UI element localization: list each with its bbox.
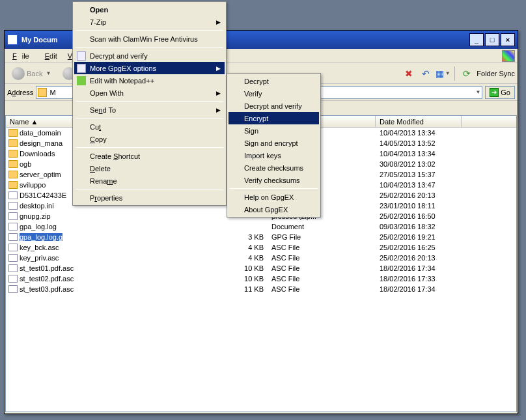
ctx-7zip[interactable]: 7-Zip▶ [74,16,225,28]
ctx-delete[interactable]: Delete [74,162,225,175]
notepad-icon [77,76,86,85]
context-submenu-gpgex[interactable]: Decrypt Verify Decrypt and verify Encryp… [227,73,321,217]
table-row[interactable]: gpa_log.logDocument09/03/2016 18:32 [6,221,516,232]
file-icon [8,285,18,293]
file-icon [8,244,18,251]
menu-edit[interactable]: Edit [40,51,62,61]
file-type: GPG File [268,233,376,241]
table-row[interactable]: key_bck.asc4 KBASC File25/02/2016 16:25 [6,242,516,253]
file-name: ogb [20,160,31,168]
go-arrow-icon: ➜ [490,88,499,97]
file-type: ASC File [268,285,376,293]
ctx-cut[interactable]: Cut [74,120,225,133]
ctx-rename[interactable]: Rename [74,175,225,187]
sub-encrypt[interactable]: Encrypt [228,112,319,124]
file-type: Document [268,223,376,231]
window-title: My Docum [21,36,58,44]
sub-sign-encrypt[interactable]: Sign and encrypt [228,137,319,149]
file-icon [8,254,18,262]
address-dropdown-icon[interactable]: ▼ [475,89,480,95]
ctx-open-with[interactable]: Open With▶ [74,87,225,99]
sub-verify[interactable]: Verify [228,87,319,100]
file-date: 14/05/2013 13:52 [376,139,473,147]
ctx-send-to[interactable]: Send To▶ [74,104,225,116]
file-size: 4 KB [230,244,268,251]
sub-create-checksums[interactable]: Create checksums [228,161,319,174]
file-name: desktop.ini [20,202,54,210]
close-button[interactable]: × [501,33,515,46]
file-date: 09/03/2016 18:32 [376,223,473,231]
go-button[interactable]: ➜Go [485,86,515,99]
ctx-copy[interactable]: Copy [74,133,225,145]
ctx-open[interactable]: Open [74,3,225,16]
col-date[interactable]: Date Modified [376,116,462,127]
ctx-more-gpgex[interactable]: More GpgEX options▶ [74,62,225,74]
window-icon [7,35,18,45]
file-date: 18/02/2016 17:34 [376,264,473,272]
file-name: Downloads [20,150,55,158]
back-button[interactable]: Back▼ [7,65,55,82]
gpg-icon [77,51,86,61]
tool-icon[interactable]: ✖ [402,66,416,81]
col-spacer [462,116,516,127]
views-icon[interactable]: ▦▼ [436,66,450,81]
file-date: 10/04/2013 13:47 [376,181,473,189]
folder-sync-icon[interactable]: ⟳ [460,66,474,81]
file-size: 11 KB [230,285,268,293]
table-row[interactable]: st_test01.pdf.asc10 KBASC File18/02/2016… [6,263,516,273]
file-name: gpa_log.log [20,223,57,231]
file-type: ASC File [268,275,376,283]
undo-icon[interactable]: ↶ [419,66,433,81]
sub-import-keys[interactable]: Import keys [228,149,319,161]
sub-sign[interactable]: Sign [228,124,319,137]
sub-decrypt[interactable]: Decrypt [228,75,319,87]
file-date: 18/02/2016 17:34 [376,285,473,293]
file-date: 10/04/2013 13:34 [376,129,473,137]
file-date: 23/01/2010 18:11 [376,202,473,210]
sub-help[interactable]: Help on GpgEX [228,191,319,203]
menu-file[interactable]: File [7,51,40,61]
file-name: st_test01.pdf.asc [20,264,74,272]
file-date: 25/02/2016 19:21 [376,233,473,241]
folder-icon [8,129,18,137]
sub-verify-checksums[interactable]: Verify checksums [228,174,319,186]
ctx-properties[interactable]: Properties [74,191,225,204]
context-menu-main[interactable]: Open 7-Zip▶ Scan with ClamWin Free Antiv… [72,1,227,206]
folder-sync-label[interactable]: Folder Sync [477,70,515,77]
file-name: st_test03.pdf.asc [20,285,74,293]
file-name: key_bck.asc [20,244,59,251]
file-icon [8,264,18,272]
ctx-shortcut[interactable]: Create Shortcut [74,150,225,162]
file-name: data_domain [20,129,61,137]
file-size: 3 KB [230,233,268,241]
file-date: 25/02/2016 16:25 [376,244,473,251]
file-type: ASC File [268,254,376,262]
file-size: 4 KB [230,254,268,262]
table-row[interactable]: st_test02.pdf.asc10 KBASC File18/02/2016… [6,273,516,284]
file-date: 27/05/2013 15:37 [376,171,473,178]
table-row[interactable]: st_test03.pdf.asc11 KBASC File18/02/2016… [6,284,516,294]
address-folder-icon [38,88,47,97]
folder-icon [8,181,18,189]
file-name: st_test02.pdf.asc [20,275,74,283]
file-name: D531C42433E [20,191,66,199]
file-icon [8,212,18,220]
table-row[interactable]: key_priv.asc4 KBASC File25/02/2016 20:13 [6,253,516,263]
file-date: 25/02/2016 20:13 [376,191,473,199]
ctx-notepad[interactable]: Edit with Notepad++ [74,74,225,87]
folder-icon [8,139,18,147]
file-size: 10 KB [230,275,268,283]
file-type: ASC File [268,264,376,272]
file-size: 10 KB [230,264,268,272]
file-icon [8,233,18,241]
ctx-decrypt-verify[interactable]: Decrypt and verify [74,49,225,62]
ctx-clamwin[interactable]: Scan with ClamWin Free Antivirus [74,33,225,45]
file-date: 30/08/2012 13:02 [376,160,473,168]
sub-decrypt-verify[interactable]: Decrypt and verify [228,100,319,112]
minimize-button[interactable]: _ [469,33,484,46]
file-icon [8,223,18,231]
file-name: sviluppo [20,181,46,189]
sub-about[interactable]: About GpgEX [228,203,319,216]
table-row[interactable]: gpa_log.log.g3 KBGPG File25/02/2016 19:2… [6,232,516,242]
maximize-button[interactable]: □ [485,33,499,46]
